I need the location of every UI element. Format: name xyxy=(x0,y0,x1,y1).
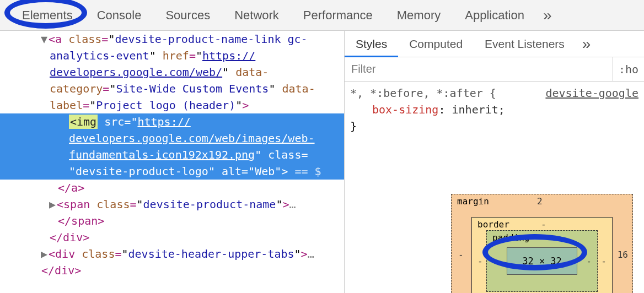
subtab-computed[interactable]: Computed xyxy=(398,31,474,57)
dom-node-close-div[interactable]: </div> xyxy=(0,229,344,246)
styles-sub-tabs: Styles Computed Event Listeners » xyxy=(345,31,644,57)
box-model-content[interactable]: 32 × 32 xyxy=(507,247,577,275)
devtools-main-tabs: Elements Console Sources Network Perform… xyxy=(0,0,644,31)
subtabs-overflow-icon[interactable]: » xyxy=(576,35,598,53)
disclosure-triangle-right-icon[interactable]: ▶ xyxy=(49,196,57,213)
dom-node-close-a[interactable]: </a> xyxy=(0,180,344,196)
css-rule[interactable]: *, *:before, *:after {devsite-google box… xyxy=(345,82,644,138)
styles-filter-row: :ho xyxy=(345,57,644,82)
dom-node-div-tabs[interactable]: ▶<div class="devsite-header-upper-tabs">… xyxy=(0,246,344,262)
tab-network[interactable]: Network xyxy=(222,0,291,31)
box-model-widget[interactable]: margin 2 - 16 border - - - padding - - 3… xyxy=(451,194,633,293)
styles-panel: Styles Computed Event Listeners » :ho *,… xyxy=(345,31,644,293)
dom-node-img-selected[interactable]: <img src="https:// developers.google.com… xyxy=(0,113,344,180)
dom-node-a-cont3[interactable]: category="Site-Wide Custom Events" data- xyxy=(0,80,344,97)
dom-node-a-cont[interactable]: analytics-event" href="https:// xyxy=(0,47,344,64)
rule-source-link[interactable]: devsite-google xyxy=(545,85,638,101)
subtab-event-listeners[interactable]: Event Listeners xyxy=(474,31,576,57)
selected-tag-highlight: <img xyxy=(69,115,98,129)
tab-application[interactable]: Application xyxy=(453,0,536,31)
dom-node-a[interactable]: ▼<a class="devsite-product-name-link gc- xyxy=(0,31,344,47)
tab-console[interactable]: Console xyxy=(85,0,154,31)
styles-filter-input[interactable] xyxy=(345,57,613,81)
tab-sources[interactable]: Sources xyxy=(153,0,222,31)
dom-node-a-cont2[interactable]: developers.google.com/web/" data- xyxy=(0,64,344,80)
disclosure-triangle-down-icon[interactable]: ▼ xyxy=(41,31,49,47)
disclosure-triangle-right-icon[interactable]: ▶ xyxy=(41,246,49,262)
tab-performance[interactable]: Performance xyxy=(291,0,385,31)
dom-node-close-span[interactable]: </span> xyxy=(0,213,344,229)
toggle-hov-button[interactable]: :ho xyxy=(613,57,644,81)
subtab-styles[interactable]: Styles xyxy=(345,31,398,57)
elements-panel: ▼<a class="devsite-product-name-link gc-… xyxy=(0,31,345,293)
tabs-overflow-icon[interactable]: » xyxy=(536,7,559,24)
dom-node-a-cont4[interactable]: label="Project logo (header)"> xyxy=(0,97,344,113)
dom-node-close-div2[interactable]: </div> xyxy=(0,262,344,279)
tab-memory[interactable]: Memory xyxy=(385,0,453,31)
dom-node-span[interactable]: ▶<span class="devsite-product-name">… xyxy=(0,196,344,213)
tab-elements[interactable]: Elements xyxy=(10,0,85,31)
